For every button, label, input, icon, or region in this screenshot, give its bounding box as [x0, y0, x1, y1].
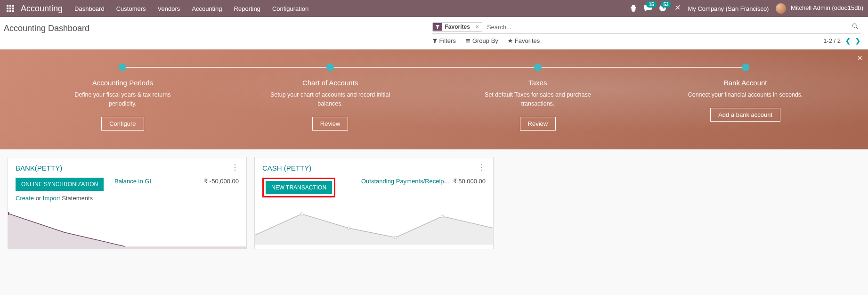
card-menu-icon[interactable]: ⋮ [478, 164, 486, 172]
user-name: Mitchell Admin (odoo15db) [791, 4, 863, 11]
onb-step-periods: Accounting Periods Define your fiscal ye… [19, 64, 227, 131]
nav-reporting[interactable]: Reporting [234, 5, 260, 12]
onb-step-bank: Bank Account Connect your financial acco… [641, 64, 849, 131]
messages-badge: 15 [646, 1, 656, 8]
user-menu[interactable]: Mitchell Admin (odoo15db) [776, 3, 863, 14]
highlight-annotation: NEW TRANSACTION [262, 178, 335, 197]
create-link[interactable]: Create [16, 195, 34, 202]
step-dot-icon [326, 64, 334, 71]
activities-icon[interactable]: 53 [659, 4, 666, 13]
nav-vendors[interactable]: Vendors [158, 5, 180, 12]
control-panel: Accounting Dashboard Favorites × Filters… [0, 17, 868, 49]
pager-value[interactable]: 1-2 / 2 [823, 37, 841, 44]
page-title: Accounting Dashboard [4, 21, 432, 39]
review-taxes-button[interactable]: Review [520, 117, 556, 131]
svg-point-2 [347, 227, 350, 229]
groupby-button[interactable]: Group By [465, 37, 498, 44]
onb-step-coa: Chart of Accounts Setup your chart of ac… [227, 64, 434, 131]
nav-dashboard[interactable]: Dashboard [74, 5, 105, 12]
card-title-bank[interactable]: BANK(PETTY) [16, 164, 62, 172]
nav-menu: Dashboard Customers Vendors Accounting R… [74, 5, 629, 12]
step-dot-icon [742, 64, 749, 71]
kanban-dashboard: BANK(PETTY) ⋮ ONLINE SYNCHRONIZATION Cre… [0, 149, 868, 257]
search-bar: Favorites × [432, 21, 861, 33]
nav-customers[interactable]: Customers [116, 5, 146, 12]
messages-icon[interactable]: 15 [644, 4, 652, 13]
card-chart-cash [255, 202, 493, 245]
balance-gl-value: ₹ -50,000.00 [204, 178, 239, 185]
top-navbar: Accounting Dashboard Customers Vendors A… [0, 0, 868, 17]
apps-icon[interactable] [5, 3, 16, 14]
statements-line: Create or Import Statements [16, 195, 110, 202]
outstanding-link[interactable]: Outstanding Payments/Receip… [361, 178, 450, 185]
import-link[interactable]: Import [43, 195, 60, 202]
card-chart-bank [8, 206, 246, 249]
favorites-button[interactable]: Favorites [508, 37, 540, 44]
card-menu-icon[interactable]: ⋮ [231, 164, 239, 172]
funnel-icon [433, 23, 442, 31]
svg-point-3 [394, 236, 397, 239]
settings-icon[interactable] [673, 4, 681, 13]
search-input[interactable] [485, 23, 850, 32]
nav-accounting[interactable]: Accounting [192, 5, 222, 12]
close-icon[interactable]: × [857, 53, 862, 63]
card-cash-petty: CASH (PETTY) ⋮ NEW TRANSACTION Outstandi… [254, 157, 494, 249]
onboarding-banner: × Accounting Periods Define your fiscal … [0, 49, 868, 149]
activities-badge: 53 [661, 1, 671, 8]
svg-point-1 [300, 213, 303, 215]
facet-remove[interactable]: × [473, 24, 482, 30]
facet-label: Favorites [442, 23, 473, 31]
online-sync-button[interactable]: ONLINE SYNCHRONIZATION [16, 178, 104, 191]
new-transaction-button[interactable]: NEW TRANSACTION [266, 181, 332, 194]
filters-button[interactable]: Filters [432, 37, 456, 44]
topnav-right: 15 53 My Company (San Francisco) Mitchel… [630, 3, 864, 14]
add-bank-button[interactable]: Add a bank account [710, 108, 780, 122]
outstanding-value: ₹ 50,000.00 [453, 178, 486, 185]
configure-button[interactable]: Configure [101, 117, 144, 131]
pager-next-icon[interactable]: ❯ [855, 37, 860, 44]
search-icon[interactable] [850, 23, 860, 31]
company-switcher[interactable]: My Company (San Francisco) [688, 5, 769, 12]
svg-point-4 [441, 215, 444, 218]
review-coa-button[interactable]: Review [312, 117, 349, 131]
search-facet-favorites: Favorites × [432, 22, 482, 32]
avatar [776, 3, 786, 14]
card-title-cash[interactable]: CASH (PETTY) [262, 164, 311, 172]
app-brand[interactable]: Accounting [21, 4, 63, 14]
step-dot-icon [534, 64, 542, 71]
card-bank-petty: BANK(PETTY) ⋮ ONLINE SYNCHRONIZATION Cre… [8, 157, 247, 249]
nav-configuration[interactable]: Configuration [272, 5, 308, 12]
debug-icon[interactable] [630, 4, 637, 13]
balance-gl-link[interactable]: Balance in GL [114, 178, 153, 185]
step-dot-icon [119, 64, 126, 71]
pager-prev-icon[interactable]: ❮ [845, 37, 851, 44]
onb-step-taxes: Taxes Set default Taxes for sales and pu… [434, 64, 642, 131]
search-toolbar: Filters Group By Favorites 1-2 / 2 ❮ ❯ [432, 33, 861, 49]
pager: 1-2 / 2 ❮ ❯ [823, 37, 860, 44]
